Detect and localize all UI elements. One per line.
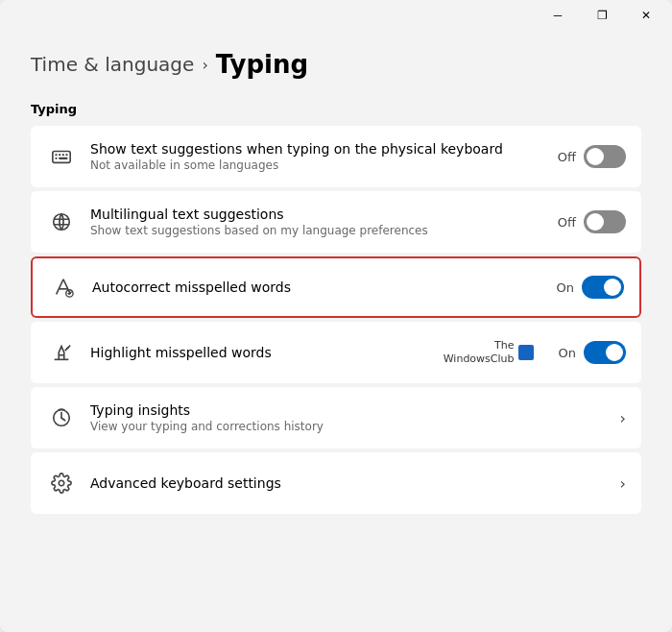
svg-rect-0: [53, 152, 70, 163]
typing-insights-icon: [46, 402, 77, 433]
setting-control-highlight-misspelled: On: [559, 341, 626, 364]
toggle-knob: [587, 213, 604, 231]
setting-row-text-suggestions: Show text suggestions when typing on the…: [31, 126, 641, 187]
watermark-line2: WindowsClub: [444, 352, 515, 366]
nav-arrow-icon: ›: [620, 409, 626, 427]
nav-arrow-icon: ›: [620, 474, 626, 493]
breadcrumb-parent[interactable]: Time & language: [31, 53, 194, 76]
multilingual-icon: [46, 207, 77, 237]
setting-text-typing-insights: Typing insights View your typing and cor…: [90, 402, 607, 433]
toggle-highlight-misspelled[interactable]: [584, 341, 626, 364]
minimize-button[interactable]: ─: [536, 0, 580, 31]
toggle-label-off: Off: [558, 215, 576, 230]
setting-text-multilingual: Multilingual text suggestions Show text …: [90, 207, 544, 237]
setting-text-autocorrect: Autocorrect misspelled words: [92, 280, 543, 295]
setting-row-typing-insights[interactable]: Typing insights View your typing and cor…: [31, 387, 641, 449]
title-bar: ─ ❐ ✕: [0, 0, 672, 31]
setting-text-text-suggestions: Show text suggestions when typing on the…: [90, 141, 544, 172]
setting-name: Advanced keyboard settings: [90, 475, 607, 491]
svg-point-12: [59, 480, 64, 486]
setting-desc: Not available in some languages: [90, 158, 544, 172]
setting-row-autocorrect: Autocorrect misspelled words On: [31, 256, 641, 318]
toggle-autocorrect[interactable]: [582, 276, 624, 299]
autocorrect-icon: [48, 272, 79, 303]
settings-list: Show text suggestions when typing on the…: [31, 126, 641, 514]
toggle-knob: [606, 344, 623, 361]
setting-control-multilingual: Off: [558, 210, 626, 233]
highlight-icon: [46, 337, 77, 368]
toggle-track: [582, 276, 624, 299]
maximize-button[interactable]: ❐: [580, 0, 624, 31]
setting-text-advanced-keyboard: Advanced keyboard settings: [90, 475, 607, 491]
breadcrumb: Time & language › Typing: [31, 50, 641, 79]
setting-row-highlight-misspelled: Highlight misspelled words The WindowsCl…: [31, 322, 641, 383]
watermark-square: [518, 345, 534, 360]
toggle-text-suggestions[interactable]: [584, 145, 626, 168]
toggle-multilingual[interactable]: [584, 210, 626, 233]
keyboard-icon: [46, 141, 77, 172]
setting-desc: View your typing and corrections history: [90, 420, 607, 433]
content-area: Time & language › Typing Typing: [0, 31, 672, 632]
toggle-knob: [587, 148, 604, 165]
toggle-track: [584, 145, 626, 168]
setting-name: Highlight misspelled words: [90, 345, 430, 360]
toggle-label-on: On: [559, 346, 576, 360]
toggle-label-on: On: [557, 280, 574, 295]
breadcrumb-chevron-icon: ›: [202, 56, 207, 74]
setting-text-highlight-misspelled: Highlight misspelled words: [90, 345, 430, 360]
setting-name: Multilingual text suggestions: [90, 207, 544, 222]
setting-control-autocorrect: On: [557, 276, 624, 299]
settings-window: ─ ❐ ✕ Time & language › Typing Typing: [0, 0, 672, 632]
toggle-track: [584, 341, 626, 364]
svg-point-7: [54, 214, 70, 231]
setting-name: Autocorrect misspelled words: [92, 280, 543, 295]
toggle-label-off: Off: [558, 150, 576, 164]
setting-row-multilingual: Multilingual text suggestions Show text …: [31, 191, 641, 253]
toggle-knob: [604, 279, 621, 296]
watermark-badge: The WindowsClub: [444, 339, 534, 367]
close-button[interactable]: ✕: [624, 0, 668, 31]
setting-control-text-suggestions: Off: [558, 145, 626, 168]
setting-name: Show text suggestions when typing on the…: [90, 141, 544, 157]
watermark-line1: The: [494, 339, 514, 352]
setting-row-advanced-keyboard[interactable]: Advanced keyboard settings ›: [31, 452, 641, 514]
setting-name: Typing insights: [90, 402, 607, 418]
watermark-text: The WindowsClub: [444, 339, 515, 367]
page-title: Typing: [216, 50, 308, 79]
toggle-track: [584, 210, 626, 233]
gear-icon: [46, 468, 77, 498]
setting-desc: Show text suggestions based on my langua…: [90, 224, 544, 237]
section-label: Typing: [31, 102, 641, 116]
